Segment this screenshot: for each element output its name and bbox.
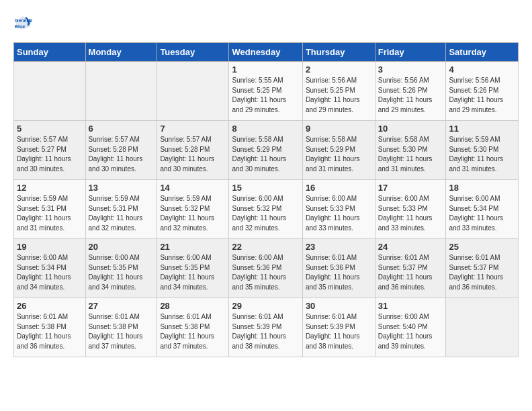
- day-info: Sunrise: 6:01 AM Sunset: 5:38 PM Dayligh…: [89, 312, 154, 351]
- day-number: 26: [17, 301, 83, 311]
- calendar-cell: 24Sunrise: 6:01 AM Sunset: 5:37 PM Dayli…: [375, 239, 446, 298]
- day-number: 19: [17, 242, 83, 252]
- week-row-4: 19Sunrise: 6:00 AM Sunset: 5:34 PM Dayli…: [14, 239, 519, 298]
- day-number: 16: [306, 183, 372, 193]
- page-header: General Blue: [13, 13, 519, 32]
- calendar-cell: [157, 62, 229, 121]
- day-number: 4: [449, 64, 515, 75]
- day-info: Sunrise: 6:00 AM Sunset: 5:33 PM Dayligh…: [306, 194, 372, 233]
- day-number: 14: [160, 183, 226, 193]
- day-info: Sunrise: 6:00 AM Sunset: 5:34 PM Dayligh…: [449, 194, 515, 233]
- day-number: 13: [89, 183, 154, 193]
- day-info: Sunrise: 6:00 AM Sunset: 5:34 PM Dayligh…: [17, 253, 83, 292]
- day-info: Sunrise: 6:00 AM Sunset: 5:35 PM Dayligh…: [89, 253, 154, 292]
- calendar-cell: 19Sunrise: 6:00 AM Sunset: 5:34 PM Dayli…: [14, 239, 86, 298]
- week-row-1: 1Sunrise: 5:55 AM Sunset: 5:25 PM Daylig…: [14, 62, 519, 121]
- day-number: 29: [232, 301, 299, 311]
- weekday-header-monday: Monday: [85, 43, 157, 62]
- week-row-3: 12Sunrise: 5:59 AM Sunset: 5:31 PM Dayli…: [14, 180, 519, 239]
- day-info: Sunrise: 5:57 AM Sunset: 5:28 PM Dayligh…: [89, 135, 154, 174]
- calendar-cell: 22Sunrise: 6:00 AM Sunset: 5:36 PM Dayli…: [229, 239, 302, 298]
- calendar-cell: 12Sunrise: 5:59 AM Sunset: 5:31 PM Dayli…: [14, 180, 86, 239]
- calendar-cell: 26Sunrise: 6:01 AM Sunset: 5:38 PM Dayli…: [14, 298, 86, 357]
- calendar-cell: 2Sunrise: 5:56 AM Sunset: 5:25 PM Daylig…: [302, 62, 375, 121]
- calendar-cell: 13Sunrise: 5:59 AM Sunset: 5:31 PM Dayli…: [85, 180, 157, 239]
- day-info: Sunrise: 6:01 AM Sunset: 5:38 PM Dayligh…: [17, 312, 83, 351]
- day-number: 8: [232, 124, 299, 134]
- day-number: 9: [306, 124, 372, 134]
- day-info: Sunrise: 6:01 AM Sunset: 5:36 PM Dayligh…: [306, 253, 372, 292]
- day-number: 28: [160, 301, 226, 311]
- day-number: 11: [449, 124, 515, 134]
- week-row-5: 26Sunrise: 6:01 AM Sunset: 5:38 PM Dayli…: [14, 298, 519, 357]
- calendar-cell: 16Sunrise: 6:00 AM Sunset: 5:33 PM Dayli…: [302, 180, 375, 239]
- day-number: 22: [232, 242, 299, 252]
- weekday-header-friday: Friday: [375, 43, 446, 62]
- page-container: General Blue SundayMondayTuesdayWednesda…: [0, 0, 532, 364]
- calendar-cell: 18Sunrise: 6:00 AM Sunset: 5:34 PM Dayli…: [446, 180, 519, 239]
- calendar-cell: 27Sunrise: 6:01 AM Sunset: 5:38 PM Dayli…: [85, 298, 157, 357]
- day-number: 20: [89, 242, 154, 252]
- day-number: 21: [160, 242, 226, 252]
- day-info: Sunrise: 6:01 AM Sunset: 5:37 PM Dayligh…: [449, 253, 515, 292]
- day-number: 23: [306, 242, 372, 252]
- calendar-cell: 31Sunrise: 6:00 AM Sunset: 5:40 PM Dayli…: [375, 298, 446, 357]
- weekday-header-thursday: Thursday: [302, 43, 375, 62]
- logo-icon: General Blue: [13, 13, 32, 32]
- weekday-header-saturday: Saturday: [446, 43, 519, 62]
- calendar-cell: 23Sunrise: 6:01 AM Sunset: 5:36 PM Dayli…: [302, 239, 375, 298]
- calendar-cell: 10Sunrise: 5:58 AM Sunset: 5:30 PM Dayli…: [375, 121, 446, 180]
- day-number: 25: [449, 242, 515, 252]
- weekday-header-row: SundayMondayTuesdayWednesdayThursdayFrid…: [14, 43, 519, 62]
- calendar-cell: 7Sunrise: 5:57 AM Sunset: 5:28 PM Daylig…: [157, 121, 229, 180]
- day-number: 30: [306, 301, 372, 311]
- week-row-2: 5Sunrise: 5:57 AM Sunset: 5:27 PM Daylig…: [14, 121, 519, 180]
- day-info: Sunrise: 6:01 AM Sunset: 5:39 PM Dayligh…: [232, 312, 299, 351]
- svg-text:Blue: Blue: [15, 24, 25, 29]
- day-info: Sunrise: 5:59 AM Sunset: 5:32 PM Dayligh…: [160, 194, 226, 233]
- day-info: Sunrise: 5:59 AM Sunset: 5:31 PM Dayligh…: [89, 194, 154, 233]
- day-info: Sunrise: 6:01 AM Sunset: 5:38 PM Dayligh…: [160, 312, 226, 351]
- day-number: 24: [378, 242, 443, 252]
- calendar-table: SundayMondayTuesdayWednesdayThursdayFrid…: [13, 42, 519, 357]
- day-number: 6: [89, 124, 154, 134]
- calendar-cell: 15Sunrise: 6:00 AM Sunset: 5:32 PM Dayli…: [229, 180, 302, 239]
- calendar-cell: 28Sunrise: 6:01 AM Sunset: 5:38 PM Dayli…: [157, 298, 229, 357]
- day-number: 15: [232, 183, 299, 193]
- day-info: Sunrise: 5:58 AM Sunset: 5:29 PM Dayligh…: [306, 135, 372, 174]
- weekday-header-tuesday: Tuesday: [157, 43, 229, 62]
- weekday-header-wednesday: Wednesday: [229, 43, 302, 62]
- calendar-cell: 11Sunrise: 5:59 AM Sunset: 5:30 PM Dayli…: [446, 121, 519, 180]
- day-number: 1: [232, 64, 299, 75]
- calendar-cell: 3Sunrise: 5:56 AM Sunset: 5:26 PM Daylig…: [375, 62, 446, 121]
- calendar-cell: [14, 62, 86, 121]
- day-number: 7: [160, 124, 226, 134]
- day-info: Sunrise: 5:56 AM Sunset: 5:26 PM Dayligh…: [449, 76, 515, 115]
- calendar-cell: 1Sunrise: 5:55 AM Sunset: 5:25 PM Daylig…: [229, 62, 302, 121]
- calendar-cell: 6Sunrise: 5:57 AM Sunset: 5:28 PM Daylig…: [85, 121, 157, 180]
- calendar-cell: 20Sunrise: 6:00 AM Sunset: 5:35 PM Dayli…: [85, 239, 157, 298]
- calendar-cell: 29Sunrise: 6:01 AM Sunset: 5:39 PM Dayli…: [229, 298, 302, 357]
- day-info: Sunrise: 5:56 AM Sunset: 5:25 PM Dayligh…: [306, 76, 372, 115]
- weekday-header-sunday: Sunday: [14, 43, 86, 62]
- day-number: 2: [306, 64, 372, 75]
- day-info: Sunrise: 6:00 AM Sunset: 5:35 PM Dayligh…: [160, 253, 226, 292]
- day-info: Sunrise: 5:57 AM Sunset: 5:28 PM Dayligh…: [160, 135, 226, 174]
- day-number: 12: [17, 183, 83, 193]
- calendar-cell: 14Sunrise: 5:59 AM Sunset: 5:32 PM Dayli…: [157, 180, 229, 239]
- calendar-cell: 30Sunrise: 6:01 AM Sunset: 5:39 PM Dayli…: [302, 298, 375, 357]
- day-number: 31: [378, 301, 443, 311]
- calendar-cell: 9Sunrise: 5:58 AM Sunset: 5:29 PM Daylig…: [302, 121, 375, 180]
- calendar-cell: 5Sunrise: 5:57 AM Sunset: 5:27 PM Daylig…: [14, 121, 86, 180]
- calendar-cell: 4Sunrise: 5:56 AM Sunset: 5:26 PM Daylig…: [446, 62, 519, 121]
- day-info: Sunrise: 6:01 AM Sunset: 5:37 PM Dayligh…: [378, 253, 443, 292]
- calendar-cell: [85, 62, 157, 121]
- day-number: 10: [378, 124, 443, 134]
- calendar-cell: 17Sunrise: 6:00 AM Sunset: 5:33 PM Dayli…: [375, 180, 446, 239]
- day-info: Sunrise: 6:00 AM Sunset: 5:36 PM Dayligh…: [232, 253, 299, 292]
- day-number: 17: [378, 183, 443, 193]
- day-info: Sunrise: 6:00 AM Sunset: 5:40 PM Dayligh…: [378, 312, 443, 351]
- calendar-cell: 8Sunrise: 5:58 AM Sunset: 5:29 PM Daylig…: [229, 121, 302, 180]
- day-info: Sunrise: 5:58 AM Sunset: 5:29 PM Dayligh…: [232, 135, 299, 174]
- day-number: 3: [378, 64, 443, 75]
